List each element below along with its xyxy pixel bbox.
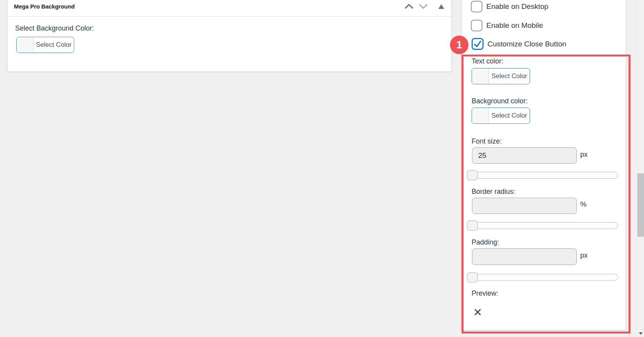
font-size-input[interactable]: [472, 147, 577, 164]
font-size-slider[interactable]: [467, 172, 618, 179]
customize-close-button-checkbox[interactable]: [472, 38, 484, 50]
page-scrollbar[interactable]: [637, 0, 644, 337]
padding-input[interactable]: [472, 248, 577, 265]
padding-label: Padding:: [472, 238, 499, 246]
color-swatch: [472, 108, 489, 123]
enable-on-desktop-checkbox[interactable]: [471, 1, 482, 12]
checkmark-icon: [473, 39, 482, 48]
font-size-unit: px: [580, 151, 588, 159]
move-down-icon[interactable]: [419, 3, 428, 9]
enable-on-desktop-label: Enable on Desktop: [486, 2, 549, 11]
metabox-title: Mega Pro Background: [14, 3, 75, 10]
preview-label: Preview:: [472, 289, 498, 298]
enable-on-mobile-checkbox[interactable]: [471, 20, 482, 31]
text-color-label: Text color:: [472, 57, 503, 65]
border-radius-slider[interactable]: [467, 222, 618, 229]
scrollbar-thumb[interactable]: [637, 173, 644, 237]
border-radius-label: Border radius:: [472, 188, 515, 196]
border-radius-unit: %: [580, 200, 586, 209]
mega-pro-background-metabox: Mega Pro Background Select Background Co…: [7, 0, 452, 72]
background-color-label: Background color:: [472, 97, 528, 105]
scrollbar-down-icon[interactable]: [639, 332, 643, 335]
close-icon: ✕: [473, 307, 482, 318]
annotation-step-badge: 1: [450, 36, 469, 54]
border-radius-input[interactable]: [472, 198, 577, 214]
font-size-slider-thumb[interactable]: [467, 170, 478, 180]
collapse-toggle-icon[interactable]: [438, 4, 445, 9]
padding-slider[interactable]: [467, 274, 618, 281]
page: Mega Pro Background Select Background Co…: [0, 0, 644, 337]
background-color-picker-button[interactable]: Select Color: [16, 37, 74, 53]
border-radius-slider-thumb[interactable]: [467, 221, 478, 231]
color-swatch: [472, 68, 489, 84]
font-size-label: Font size:: [472, 137, 502, 145]
enable-on-mobile-label: Enable on Mobile: [486, 21, 543, 30]
move-up-icon[interactable]: [404, 3, 414, 9]
padding-slider-thumb[interactable]: [467, 272, 478, 282]
close-background-color-picker-button[interactable]: Select Color: [472, 108, 530, 124]
metabox-header[interactable]: Mega Pro Background: [7, 0, 451, 17]
text-color-picker-button[interactable]: Select Color: [472, 68, 530, 84]
customize-close-button-label: Customize Close Button: [487, 40, 566, 48]
padding-unit: px: [580, 251, 588, 260]
color-swatch: [17, 37, 34, 53]
select-background-color-label: Select Background Color:: [15, 24, 94, 33]
